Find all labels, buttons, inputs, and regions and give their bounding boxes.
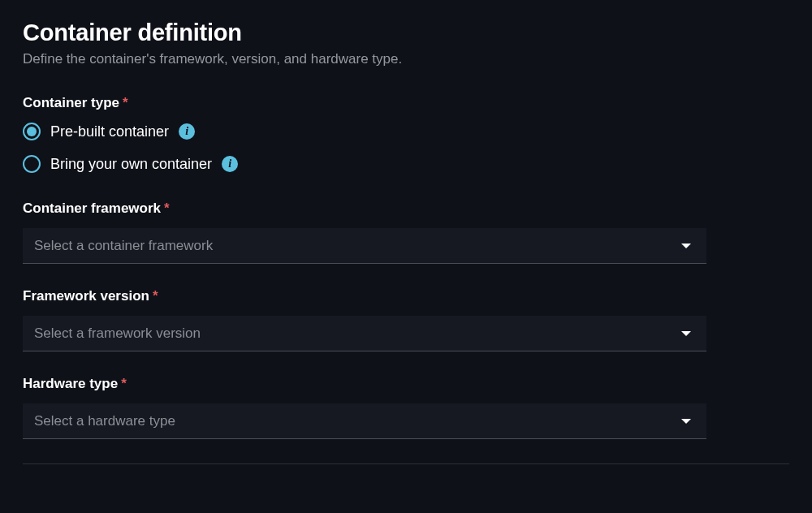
framework-version-field: Framework version * Select a framework v… xyxy=(23,288,789,351)
container-framework-label: Container framework * xyxy=(23,200,789,217)
required-asterisk: * xyxy=(153,288,158,304)
radio-prebuilt-label: Pre-built container xyxy=(50,123,169,140)
container-framework-select[interactable]: Select a container framework xyxy=(23,228,706,264)
chevron-down-icon xyxy=(680,414,692,429)
chevron-down-icon xyxy=(680,239,692,253)
radio-circle-unselected-icon xyxy=(23,155,41,173)
section-divider xyxy=(23,463,789,464)
required-asterisk: * xyxy=(123,95,128,111)
info-icon[interactable]: i xyxy=(222,156,238,172)
chevron-down-icon xyxy=(680,326,692,341)
container-type-radio-group: Pre-built container i Bring your own con… xyxy=(23,123,789,173)
radio-byoc[interactable]: Bring your own container i xyxy=(23,155,789,173)
section-subtitle: Define the container's framework, versio… xyxy=(23,51,789,67)
container-framework-placeholder: Select a container framework xyxy=(34,238,213,254)
container-type-label: Container type * xyxy=(23,95,789,111)
container-type-field: Container type * Pre-built container i B… xyxy=(23,95,789,173)
section-title: Container definition xyxy=(23,19,789,46)
radio-circle-selected-icon xyxy=(23,123,41,140)
radio-inner-dot-icon xyxy=(27,127,37,136)
hardware-type-select[interactable]: Select a hardware type xyxy=(23,403,706,439)
info-icon[interactable]: i xyxy=(179,123,195,140)
radio-byoc-label: Bring your own container xyxy=(50,156,212,173)
required-asterisk: * xyxy=(121,376,127,392)
radio-prebuilt-container[interactable]: Pre-built container i xyxy=(23,123,789,140)
framework-version-label: Framework version * xyxy=(23,288,789,304)
required-asterisk: * xyxy=(164,200,170,217)
framework-version-placeholder: Select a framework version xyxy=(34,325,201,342)
container-framework-field: Container framework * Select a container… xyxy=(23,200,789,264)
hardware-type-field: Hardware type * Select a hardware type xyxy=(23,376,789,439)
framework-version-label-text: Framework version xyxy=(23,288,149,304)
container-framework-label-text: Container framework xyxy=(23,200,161,217)
hardware-type-label-text: Hardware type xyxy=(23,376,118,392)
hardware-type-placeholder: Select a hardware type xyxy=(34,413,175,429)
framework-version-select[interactable]: Select a framework version xyxy=(23,316,706,351)
container-type-label-text: Container type xyxy=(23,95,119,111)
hardware-type-label: Hardware type * xyxy=(23,376,789,392)
